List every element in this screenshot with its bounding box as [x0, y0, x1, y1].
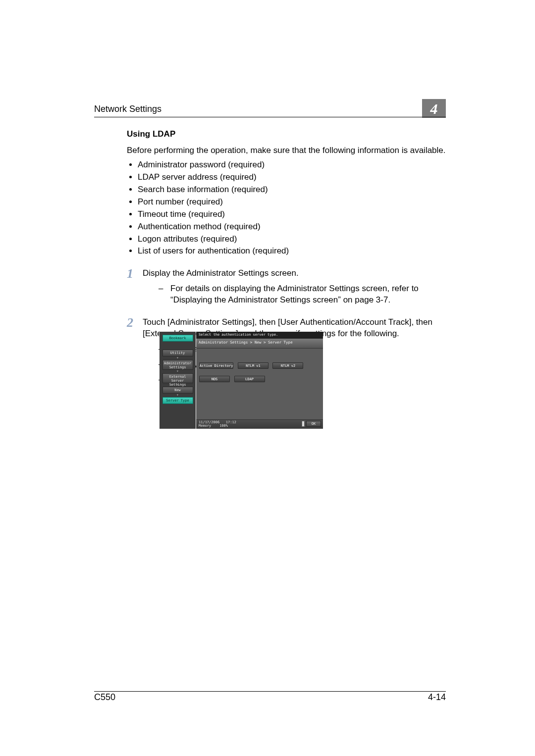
sidebar-item-external-server[interactable]: External Server Settings [162, 373, 193, 383]
ok-tab-icon [302, 421, 305, 427]
chapter-number-badge: 4 [422, 99, 446, 118]
list-item: List of users for authentication (requir… [138, 246, 446, 257]
section-heading: Using LDAP [127, 129, 446, 140]
list-item: Timeout time (required) [138, 209, 446, 220]
step-number: 2 [127, 314, 133, 331]
sub-step: For details on displaying the Administra… [143, 283, 446, 306]
step-number: 1 [127, 265, 133, 282]
list-item: Search base information (required) [138, 184, 446, 196]
chevron-down-icon: ▾ [160, 394, 196, 397]
device-screenshot: Bookmark Utility ▾ Administrator Setting… [160, 332, 323, 429]
list-item: Logon attributes (required) [138, 234, 446, 245]
header-rule [94, 117, 446, 117]
button-row: Active Directory NTLM v1 NTLM v2 [199, 361, 320, 370]
device-main-panel: Select the authentication server type. A… [196, 332, 323, 429]
chevron-down-icon: ▾ [160, 383, 196, 387]
footer-memory-value: 100% [219, 424, 228, 428]
chevron-down-icon: ▾ [160, 370, 196, 373]
sidebar-item-server-type[interactable]: Server Type [162, 397, 193, 404]
list-item: Administrator password (required) [138, 159, 446, 171]
step-text: Display the Administrator Settings scree… [143, 268, 299, 278]
header-section: Network Settings [94, 104, 161, 114]
footer-page-number: 4-14 [428, 692, 446, 703]
list-item: Authentication method (required) [138, 221, 446, 233]
list-item: LDAP server address (required) [138, 172, 446, 183]
button-row: NDS LDAP [199, 375, 320, 383]
footer-model: C550 [94, 692, 115, 703]
server-type-ntlm-v1[interactable]: NTLM v1 [238, 362, 268, 369]
device-footer: 11/17/2006 17:12 Memory 100% OK [196, 419, 323, 429]
server-type-active-directory[interactable]: Active Directory [199, 362, 233, 369]
device-sidebar: Bookmark Utility ▾ Administrator Setting… [160, 332, 196, 429]
server-type-nds[interactable]: NDS [199, 376, 230, 382]
list-item: Port number (required) [138, 197, 446, 208]
server-type-ldap[interactable]: LDAP [234, 376, 265, 382]
server-type-ntlm-v2[interactable]: NTLM v2 [272, 362, 303, 369]
ok-button[interactable]: OK [306, 421, 321, 427]
footer-rule [94, 691, 446, 692]
requirements-list: Administrator password (required) LDAP s… [127, 159, 446, 257]
panel-title: Select the authentication server type. [196, 332, 323, 339]
footer-memory-label: Memory [199, 424, 211, 428]
step-1: 1 Display the Administrator Settings scr… [127, 268, 446, 306]
sidebar-item-admin-settings[interactable]: Administrator Settings [162, 360, 193, 370]
intro-text: Before performing the operation, make su… [127, 145, 446, 156]
chevron-down-icon: ▾ [160, 356, 196, 360]
bookmark-button[interactable]: Bookmark [162, 335, 193, 342]
